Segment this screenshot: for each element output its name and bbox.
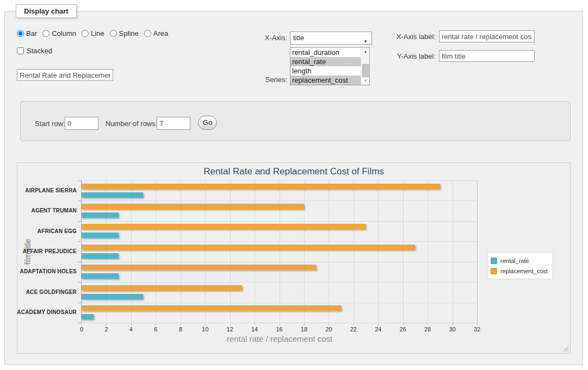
value-axis-tick-label: 2 bbox=[98, 326, 114, 333]
value-axis-tick-label: 10 bbox=[197, 326, 213, 333]
gridline-vertical bbox=[230, 180, 231, 323]
chart-type-label: Line bbox=[91, 29, 104, 37]
series-select-label: Series: bbox=[236, 76, 287, 84]
gridline-vertical bbox=[304, 180, 305, 323]
gridline-vertical bbox=[280, 180, 280, 323]
legend-item-replacement-cost[interactable]: replacement_cost bbox=[491, 266, 548, 276]
chart-type-option-line: Line bbox=[82, 29, 104, 37]
chart-type-option-bar: Bar bbox=[17, 29, 37, 37]
legend-item-rental-rate[interactable]: rental_rate bbox=[491, 255, 548, 266]
category-label: ACADEMY DINOSAUR bbox=[17, 309, 77, 315]
gridline-vertical bbox=[403, 180, 404, 323]
category-label: AFFAIR PREJUDICE bbox=[23, 248, 77, 254]
chart-title-input[interactable] bbox=[17, 69, 113, 81]
legend-label: rental_rate bbox=[500, 258, 529, 264]
gridline-vertical bbox=[106, 180, 107, 323]
scrollbar-up-arrow-icon[interactable]: ▲ bbox=[361, 48, 370, 55]
category-axis-tick bbox=[78, 282, 81, 283]
chart-type-label: Column bbox=[52, 29, 76, 37]
legend-swatch-icon bbox=[491, 258, 497, 264]
chart-type-label: Spline bbox=[119, 29, 139, 37]
series-option-length[interactable]: length bbox=[290, 66, 361, 76]
x-axis-selected-value: title bbox=[293, 34, 304, 42]
bar-rental_rate bbox=[82, 273, 119, 279]
category-axis-tick bbox=[78, 241, 81, 242]
chart-type-radio-bar[interactable] bbox=[17, 30, 24, 37]
category-label: AFRICAN EGG bbox=[38, 228, 77, 234]
start-row-input[interactable] bbox=[65, 117, 98, 130]
stacked-checkbox-row: Stacked bbox=[17, 47, 52, 55]
gridline-vertical bbox=[255, 180, 255, 323]
category-axis-tick bbox=[78, 262, 81, 262]
y-axis-label-input[interactable] bbox=[439, 50, 535, 62]
chart-container: Rental Rate and Replacement Cost of Film… bbox=[17, 162, 571, 354]
select-dropdown-arrow-icon: ▼ bbox=[363, 36, 368, 48]
gridline-horizontal bbox=[82, 262, 477, 262]
y-axis-label-label: Y-Axis label: bbox=[384, 52, 436, 60]
bar-replacement_cost bbox=[82, 224, 366, 229]
value-axis-tick-label: 24 bbox=[370, 326, 386, 333]
gridline-horizontal bbox=[82, 241, 477, 242]
series-option-replacement_cost[interactable]: replacement_cost bbox=[290, 76, 361, 85]
bar-replacement_cost bbox=[82, 184, 440, 189]
bar-rental_rate bbox=[82, 192, 143, 198]
category-axis-tick bbox=[78, 323, 81, 323]
chart-type-label: Bar bbox=[26, 29, 37, 37]
series-option-rental_rate[interactable]: rental_rate bbox=[290, 57, 361, 66]
value-axis-tick bbox=[477, 323, 478, 325]
bar-replacement_cost bbox=[82, 285, 242, 291]
bar-replacement_cost bbox=[82, 204, 304, 209]
series-option-rental_duration[interactable]: rental_duration bbox=[290, 48, 361, 57]
category-axis-tick bbox=[78, 200, 81, 201]
scrollbar-thumb[interactable] bbox=[362, 64, 369, 77]
chart-type-radio-column[interactable] bbox=[42, 30, 49, 37]
panel-legend: Display chart bbox=[16, 4, 77, 18]
bar-replacement_cost bbox=[82, 305, 341, 311]
gridline-vertical bbox=[477, 180, 478, 323]
gridline-horizontal bbox=[82, 180, 477, 181]
row-range-panel: Start row: Number of rows: Go bbox=[20, 101, 571, 141]
stacked-label: Stacked bbox=[27, 47, 52, 55]
chart-legend: rental_rate replacement_cost bbox=[487, 252, 553, 279]
value-axis-tick-label: 0 bbox=[73, 326, 90, 333]
gridline-vertical bbox=[453, 180, 453, 323]
start-row-label: Start row: bbox=[35, 120, 65, 128]
chart-type-option-spline: Spline bbox=[110, 29, 139, 37]
bar-rental_rate bbox=[82, 314, 94, 319]
category-label: AGENT TRUMAN bbox=[31, 208, 77, 214]
bar-replacement_cost bbox=[82, 265, 316, 270]
chart-type-radio-spline[interactable] bbox=[110, 30, 117, 37]
x-axis-select-label: X-Axis: bbox=[236, 34, 287, 42]
series-list-scrollbar[interactable]: ▲ ▼ bbox=[361, 48, 369, 85]
bar-rental_rate bbox=[82, 233, 119, 238]
chart-type-option-area: Area bbox=[144, 29, 168, 37]
series-multiselect[interactable]: rental_durationrental_ratelengthreplacem… bbox=[290, 47, 370, 85]
display-chart-panel: Display chart BarColumnLineSplineArea St… bbox=[4, 11, 583, 365]
chart-type-radio-group: BarColumnLineSplineArea bbox=[17, 29, 171, 37]
stacked-checkbox[interactable] bbox=[17, 47, 24, 54]
category-label: ACE GOLDFINGER bbox=[26, 289, 77, 295]
go-button[interactable]: Go bbox=[198, 116, 217, 130]
num-rows-input[interactable] bbox=[157, 117, 190, 130]
value-axis-tick-label: 12 bbox=[222, 326, 238, 333]
value-axis-tick-label: 4 bbox=[123, 326, 139, 333]
value-axis-tick-label: 22 bbox=[345, 326, 362, 333]
scrollbar-down-arrow-icon[interactable]: ▼ bbox=[361, 77, 370, 85]
chart-resize-handle[interactable] bbox=[562, 346, 568, 352]
chart-type-radio-area[interactable] bbox=[144, 30, 151, 37]
value-axis-tick-label: 30 bbox=[444, 326, 461, 333]
gridline-vertical bbox=[354, 180, 354, 323]
gridline-vertical bbox=[156, 180, 156, 323]
x-axis-label-label: X-Axis label: bbox=[384, 33, 436, 41]
chart-plot-area: 02468101214161820222426283032 bbox=[82, 180, 477, 323]
x-axis-label-input[interactable] bbox=[439, 30, 535, 42]
x-axis-select[interactable]: title ▼ bbox=[290, 32, 372, 45]
category-axis-tick bbox=[78, 180, 81, 181]
gridline-horizontal bbox=[82, 221, 477, 222]
legend-swatch-icon bbox=[491, 268, 497, 274]
gridline-vertical bbox=[378, 180, 379, 323]
value-axis-tick-label: 20 bbox=[320, 326, 337, 333]
bar-rental_rate bbox=[82, 253, 119, 259]
gridline-horizontal bbox=[82, 200, 477, 201]
chart-type-radio-line[interactable] bbox=[82, 30, 89, 37]
